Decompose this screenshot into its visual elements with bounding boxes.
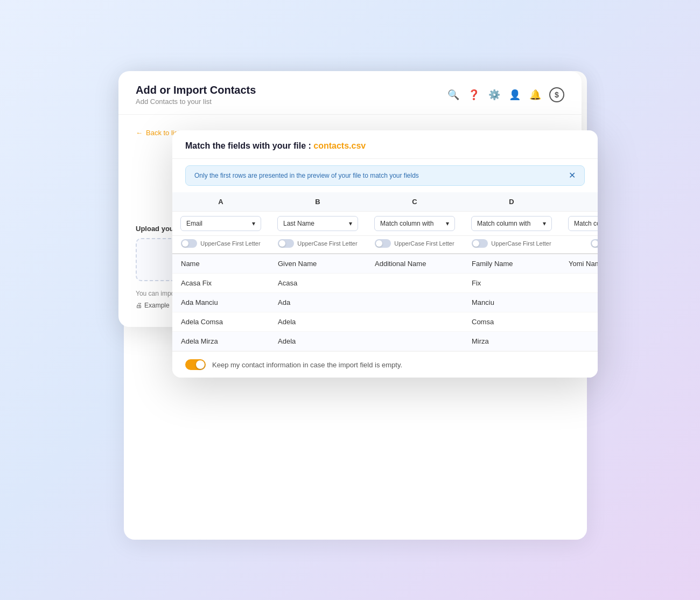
row3-col0: Adela Mirza (172, 332, 269, 351)
modal-title: Match the fields with your file : contac… (185, 141, 585, 151)
toggle-a[interactable] (181, 239, 197, 248)
match-fields-modal: Match the fields with your file : contac… (172, 130, 598, 378)
col-header-d: D (463, 192, 560, 212)
table-row: Adela Mirza Adela Mirza (172, 332, 598, 351)
col-select-d[interactable]: Match column with ▾ (471, 216, 552, 231)
row3-col4 (560, 332, 598, 351)
toggle-d[interactable] (472, 239, 488, 248)
modal-overlay: Match the fields with your file : contac… (102, 98, 598, 561)
table-row: Ada Manciu Ada Manciu (172, 293, 598, 312)
dropdown-chevron-b: ▾ (349, 220, 352, 227)
row1-col3: Manciu (463, 293, 560, 312)
row0-col0: Acasa Fix (172, 274, 269, 293)
col-select-a-value: Email (186, 220, 202, 227)
row3-col1: Adela (269, 332, 366, 351)
col-select-e[interactable]: Match colum ▾ (568, 216, 598, 231)
row1-col4 (560, 293, 598, 312)
dropdown-cell-c: Match column with ▾ (366, 212, 463, 236)
toggle-row: UpperCase First Letter UpperCase First L… (172, 236, 598, 254)
match-table: A B C D E Email ▾ (172, 192, 598, 351)
row2-col3: Comsa (463, 312, 560, 332)
row3-col2 (366, 332, 463, 351)
col-select-e-value: Match colum (574, 220, 598, 227)
row2-col0: Adela Comsa (172, 312, 269, 332)
toggle-cell-b: UpperCase First Letter (269, 236, 366, 254)
column-labels-row: Name Given Name Additional Name Family N… (172, 254, 598, 274)
toggle-label-b: UpperCase First Letter (297, 240, 357, 247)
col-select-c[interactable]: Match column with ▾ (374, 216, 455, 231)
toggle-cell-d: UpperCase First Letter (463, 236, 560, 254)
col-header-c: C (366, 192, 463, 212)
row1-col0: Ada Manciu (172, 293, 269, 312)
dropdown-chevron-c: ▾ (446, 220, 449, 227)
col-select-a[interactable]: Email ▾ (180, 216, 261, 231)
toggle-cell-e: Upper (560, 236, 598, 254)
col-select-c-value: Match column with (380, 220, 433, 227)
modal-header: Match the fields with your file : contac… (172, 130, 598, 159)
close-banner-button[interactable]: ✕ (569, 171, 576, 180)
col-select-b-value: Last Name (283, 220, 314, 227)
modal-info-banner: Only the first rows are presented in the… (185, 165, 585, 186)
col-label-yomi-name: Yomi Name (560, 254, 598, 274)
toggle-cell-a: UpperCase First Letter (172, 236, 269, 254)
dropdown-cell-d: Match column with ▾ (463, 212, 560, 236)
row2-col4 (560, 312, 598, 332)
col-label-family-name: Family Name (463, 254, 560, 274)
toggle-label-d: UpperCase First Letter (491, 240, 551, 247)
col-select-d-value: Match column with (477, 220, 530, 227)
row3-col3: Mirza (463, 332, 560, 351)
toggle-label-c: UpperCase First Letter (394, 240, 454, 247)
row2-col2 (366, 312, 463, 332)
toggle-e[interactable] (591, 239, 598, 248)
dropdown-chevron-a: ▾ (252, 220, 255, 227)
toggle-c[interactable] (375, 239, 391, 248)
dropdown-cell-a: Email ▾ (172, 212, 269, 236)
row0-col2 (366, 274, 463, 293)
col-label-name: Name (172, 254, 269, 274)
match-table-wrapper: A B C D E Email ▾ (172, 192, 598, 351)
table-row: Adela Comsa Adela Comsa (172, 312, 598, 332)
col-label-additional-name: Additional Name (366, 254, 463, 274)
col-header-b: B (269, 192, 366, 212)
col-label-given-name: Given Name (269, 254, 366, 274)
dropdown-cell-b: Last Name ▾ (269, 212, 366, 236)
toggle-cell-c: UpperCase First Letter (366, 236, 463, 254)
keep-toggle[interactable] (185, 359, 206, 370)
modal-footer: Keep my contact information in case the … (172, 351, 598, 378)
row0-col1: Acasa (269, 274, 366, 293)
row1-col1: Ada (269, 293, 366, 312)
dropdown-row: Email ▾ Last Name ▾ (172, 212, 598, 236)
row0-col4 (560, 274, 598, 293)
row0-col3: Fix (463, 274, 560, 293)
row2-col1: Adela (269, 312, 366, 332)
header-title: Add or Import Contacts (136, 84, 256, 96)
table-row: Acasa Fix Acasa Fix (172, 274, 598, 293)
row1-col2 (366, 293, 463, 312)
toggle-label-a: UpperCase First Letter (200, 240, 260, 247)
dropdown-chevron-d: ▾ (543, 220, 546, 227)
dropdown-cell-e: Match colum ▾ (560, 212, 598, 236)
toggle-b[interactable] (278, 239, 294, 248)
keep-label: Keep my contact information in case the … (212, 361, 402, 369)
banner-text: Only the first rows are presented in the… (194, 172, 419, 179)
col-header-e: E (560, 192, 598, 212)
col-header-a: A (172, 192, 269, 212)
col-select-b[interactable]: Last Name ▾ (277, 216, 358, 231)
column-letters-row: A B C D E (172, 192, 598, 212)
